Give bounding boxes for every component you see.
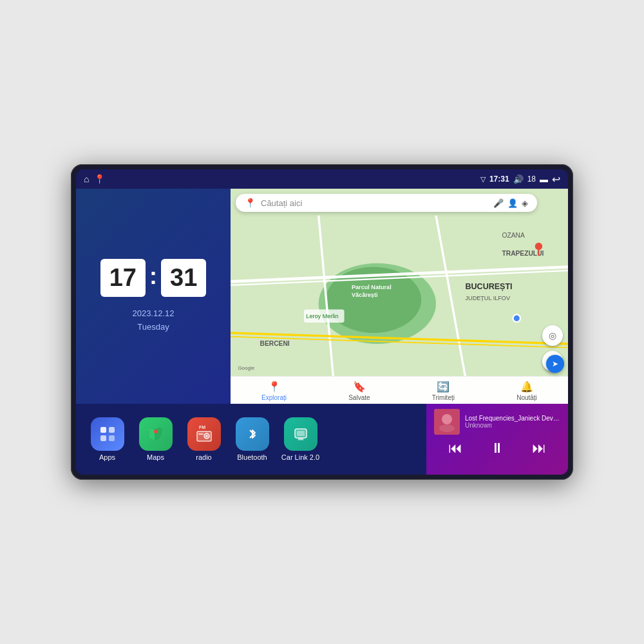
music-text: Lost Frequencies_Janieck Devy-... Unknow… bbox=[465, 415, 560, 429]
app-item-maps[interactable]: Maps bbox=[135, 417, 176, 461]
share-icon: 🔄 bbox=[437, 381, 450, 393]
hours-value: 17 bbox=[109, 264, 137, 292]
svg-rect-25 bbox=[109, 435, 115, 441]
svg-point-29 bbox=[154, 430, 158, 433]
saved-icon: 🔖 bbox=[353, 381, 366, 393]
app-item-apps[interactable]: Apps bbox=[86, 417, 128, 461]
bluetooth-icon bbox=[236, 417, 269, 451]
map-panel[interactable]: 📍 Căutați aici 🎤 👤 ◈ bbox=[231, 189, 568, 404]
maps-status-icon[interactable]: 📍 bbox=[94, 174, 105, 184]
news-icon: 🔔 bbox=[520, 381, 533, 393]
music-controls: ⏮ ⏸ ⏭ bbox=[434, 440, 560, 457]
status-bar: ⌂ 📍 ▽ 17:31 🔊 18 ▬ ↩ bbox=[76, 169, 568, 189]
radio-icon: FM bbox=[187, 417, 221, 451]
music-player: Lost Frequencies_Janieck Devy-... Unknow… bbox=[426, 404, 568, 475]
svg-marker-28 bbox=[155, 428, 162, 440]
home-icon[interactable]: ⌂ bbox=[84, 174, 89, 184]
svg-rect-33 bbox=[198, 433, 204, 435]
svg-rect-36 bbox=[297, 431, 305, 436]
bottom-section: Apps Maps bbox=[76, 404, 568, 475]
bluetooth-label: Bluetooth bbox=[237, 453, 267, 461]
maps-label: Maps bbox=[147, 453, 164, 461]
map-pin-icon: 📍 bbox=[245, 198, 256, 208]
account-icon[interactable]: 👤 bbox=[507, 198, 518, 208]
date-value: 2023.12.12 bbox=[132, 307, 174, 321]
maps-icon bbox=[139, 417, 173, 451]
map-bottom-nav: 📍 Explorați 🔖 Salvate 🔄 Trimiteți � bbox=[231, 376, 568, 404]
clock-display: 17 : 31 bbox=[100, 259, 207, 297]
svg-point-41 bbox=[439, 424, 455, 432]
battery-level: 18 bbox=[527, 175, 536, 184]
app-item-bluetooth[interactable]: Bluetooth bbox=[231, 417, 273, 461]
next-button[interactable]: ⏭ bbox=[532, 440, 546, 457]
clock-colon: : bbox=[149, 263, 157, 290]
svg-text:TRAPEZULUI: TRAPEZULUI bbox=[502, 250, 544, 257]
minutes-block: 31 bbox=[161, 259, 206, 297]
clock-panel: 17 : 31 2023.12.12 Tuesday bbox=[76, 189, 231, 404]
share-label: Trimiteți bbox=[432, 394, 455, 401]
nav-trimiteți[interactable]: 🔄 Trimiteți bbox=[432, 381, 455, 401]
nav-noutăți[interactable]: 🔔 Noutăți bbox=[516, 381, 537, 401]
svg-text:Leroy Merlin: Leroy Merlin bbox=[306, 313, 338, 319]
time-display: 17:31 bbox=[489, 175, 509, 184]
radio-label: radio bbox=[196, 453, 211, 461]
volume-icon[interactable]: 🔊 bbox=[513, 175, 524, 184]
hours-block: 17 bbox=[100, 259, 146, 297]
carlink-icon bbox=[284, 417, 317, 451]
svg-point-40 bbox=[442, 414, 452, 424]
app-dock: Apps Maps bbox=[76, 404, 426, 475]
battery-icon: ▬ bbox=[540, 175, 548, 184]
news-label: Noutăți bbox=[516, 394, 537, 401]
signal-icon: ▽ bbox=[480, 175, 486, 184]
svg-text:OZANA: OZANA bbox=[502, 232, 524, 239]
screen: ⌂ 📍 ▽ 17:31 🔊 18 ▬ ↩ 17 bbox=[76, 169, 568, 475]
layers-icon[interactable]: ◈ bbox=[522, 198, 528, 208]
prev-button[interactable]: ⏮ bbox=[448, 440, 462, 457]
minutes-value: 31 bbox=[170, 264, 197, 292]
svg-text:FM: FM bbox=[199, 425, 205, 430]
location-button[interactable]: ◎ bbox=[542, 325, 563, 346]
svg-text:BERCENI: BERCENI bbox=[260, 340, 290, 347]
day-value: Tuesday bbox=[132, 321, 174, 334]
album-art bbox=[434, 409, 460, 435]
svg-rect-23 bbox=[109, 427, 115, 433]
svg-point-32 bbox=[205, 435, 207, 437]
status-right-icons: ▽ 17:31 🔊 18 ▬ ↩ bbox=[480, 173, 560, 185]
apps-label: Apps bbox=[99, 453, 115, 461]
saved-label: Salvate bbox=[348, 394, 370, 401]
car-head-unit: ⌂ 📍 ▽ 17:31 🔊 18 ▬ ↩ 17 bbox=[71, 164, 573, 480]
song-artist: Unknown bbox=[465, 422, 560, 429]
map-search-actions: 🎤 👤 ◈ bbox=[493, 198, 528, 208]
svg-text:Parcul Natural: Parcul Natural bbox=[352, 284, 392, 290]
svg-rect-22 bbox=[100, 427, 106, 433]
apps-icon bbox=[91, 417, 124, 451]
explore-label: Explorați bbox=[261, 394, 287, 401]
back-icon[interactable]: ↩ bbox=[552, 173, 560, 185]
navigate-button[interactable]: ➤ bbox=[546, 355, 564, 373]
svg-text:Google: Google bbox=[238, 365, 254, 371]
nav-salvate[interactable]: 🔖 Salvate bbox=[348, 381, 370, 401]
play-pause-button[interactable]: ⏸ bbox=[490, 440, 504, 457]
status-left-icons: ⌂ 📍 bbox=[84, 174, 105, 184]
mic-icon[interactable]: 🎤 bbox=[493, 198, 504, 208]
map-search-bar[interactable]: 📍 Căutați aici 🎤 👤 ◈ bbox=[236, 194, 537, 212]
clock-date: 2023.12.12 Tuesday bbox=[132, 307, 174, 334]
svg-text:JUDEȚUL ILFOV: JUDEȚUL ILFOV bbox=[466, 295, 511, 301]
map-background: TRAPEZULUI OZANA BUCUREȘTI JUDEȚUL ILFOV… bbox=[231, 189, 568, 404]
app-item-radio[interactable]: FM radio bbox=[183, 417, 225, 461]
music-info: Lost Frequencies_Janieck Devy-... Unknow… bbox=[434, 409, 560, 435]
nav-explorați[interactable]: 📍 Explorați bbox=[261, 381, 287, 401]
song-title: Lost Frequencies_Janieck Devy-... bbox=[465, 415, 560, 422]
svg-rect-24 bbox=[100, 435, 106, 441]
app-item-carlink[interactable]: Car Link 2.0 bbox=[279, 417, 321, 461]
main-content: 17 : 31 2023.12.12 Tuesday bbox=[76, 189, 568, 475]
svg-marker-27 bbox=[149, 428, 155, 440]
top-section: 17 : 31 2023.12.12 Tuesday bbox=[76, 189, 568, 404]
location-icon: ◎ bbox=[549, 330, 556, 341]
carlink-label: Car Link 2.0 bbox=[281, 453, 319, 461]
svg-text:Văcărești: Văcărești bbox=[352, 292, 378, 298]
search-placeholder: Căutați aici bbox=[261, 198, 488, 208]
svg-text:BUCUREȘTI: BUCUREȘTI bbox=[466, 282, 513, 291]
svg-point-21 bbox=[513, 314, 520, 321]
explore-icon: 📍 bbox=[268, 381, 281, 393]
